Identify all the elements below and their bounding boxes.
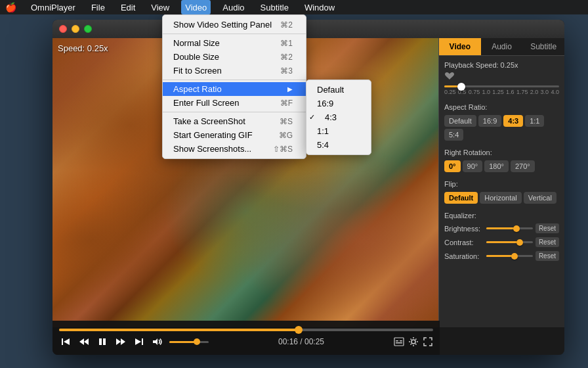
menu-file[interactable]: File [87, 0, 109, 14]
saturation-fill [486, 255, 514, 257]
settings-icon[interactable] [408, 336, 419, 347]
tab-video[interactable]: Video [439, 38, 481, 55]
speed-slider-track[interactable] [444, 85, 559, 87]
submenu-169-label: 16:9 [317, 99, 333, 108]
rotation-270-btn[interactable]: 270° [511, 160, 535, 172]
progress-bar[interactable] [59, 329, 433, 331]
menu-double-size[interactable]: Double Size ⌘2 [163, 50, 306, 64]
apple-menu-icon[interactable]: 🍎 [5, 2, 16, 12]
svg-rect-11 [394, 338, 404, 346]
volume-slider[interactable] [169, 341, 209, 343]
volume-btn[interactable] [151, 336, 164, 347]
menu-normal-size-label: Normal Size [173, 38, 220, 48]
menu-omniplayer[interactable]: OmniPlayer [27, 0, 79, 14]
menu-audio[interactable]: Audio [219, 0, 248, 14]
rotation-180-btn[interactable]: 180° [484, 160, 509, 172]
saturation-thumb[interactable] [511, 253, 518, 260]
app-menu: Show Video Setting Panel ⌘2 Normal Size … [162, 14, 306, 159]
aspect-54-btn[interactable]: 5:4 [444, 129, 463, 141]
svg-rect-5 [103, 338, 106, 345]
menu-normal-size[interactable]: Normal Size ⌘1 [163, 36, 306, 50]
aspect-default-btn[interactable]: Default [444, 115, 476, 127]
rewind-btn[interactable] [77, 336, 91, 347]
contrast-slider[interactable] [486, 241, 533, 243]
submenu-default[interactable]: Default [306, 83, 371, 97]
svg-rect-13 [400, 340, 402, 342]
menu-fit-screen[interactable]: Fit to Screen ⌘3 [163, 64, 306, 78]
flip-default-btn[interactable]: Default [444, 192, 478, 204]
time-current: 00:16 [278, 337, 298, 346]
menu-window[interactable]: Window [301, 0, 339, 14]
speed-slider-thumb[interactable] [457, 83, 465, 91]
brightness-reset-btn[interactable]: Reset [536, 223, 559, 233]
flip-horizontal-btn[interactable]: Horizontal [480, 192, 522, 204]
svg-marker-2 [79, 338, 84, 345]
saturation-slider[interactable] [486, 255, 533, 257]
menu-show-screenshots[interactable]: Show Screenshots... ⇧⌘S [163, 142, 306, 156]
menu-edit[interactable]: Edit [117, 0, 139, 14]
menu-video[interactable]: Video [181, 0, 211, 14]
fullscreen-icon[interactable] [423, 336, 433, 347]
close-button[interactable] [59, 25, 67, 33]
title-bar [52, 20, 564, 38]
maximize-button[interactable] [84, 25, 92, 33]
contrast-thumb[interactable] [516, 239, 523, 246]
menu-full-screen[interactable]: Enter Full Screen ⌘F [163, 96, 306, 110]
menu-view[interactable]: View [147, 0, 173, 14]
controls-bar: 00:16 / 00:25 [52, 321, 440, 355]
contrast-reset-btn[interactable]: Reset [536, 237, 559, 247]
brightness-row: Brightness: Reset [444, 223, 559, 233]
controls-row: 00:16 / 00:25 [59, 336, 433, 347]
submenu-11[interactable]: 1:1 [306, 124, 371, 138]
skip-start-btn[interactable] [59, 336, 72, 347]
menu-aspect-ratio[interactable]: Aspect Ratio ▶ Default 16:9 ✓ 4:3 1:1 5 [163, 82, 306, 96]
panel-content: Playback Speed: 0.25x 0.25 0.5 0.75 1.0 [439, 56, 564, 274]
aspect-43-btn[interactable]: 4:3 [503, 115, 523, 127]
tab-audio[interactable]: Audio [481, 38, 523, 55]
subtitles-svg [394, 337, 404, 346]
aspect-ratio-options: Default 16:9 4:3 1:1 5:4 [444, 115, 559, 141]
menu-aspect-ratio-label: Aspect Ratio [173, 84, 222, 94]
flip-section: Flip: Default Horizontal Vertical [444, 180, 559, 204]
skip-end-btn[interactable] [133, 336, 146, 347]
player-window: Speed: 0.25x Video Audio Subtitle Playba… [52, 20, 564, 355]
menu-screenshot-shortcut: ⌘S [280, 117, 293, 126]
submenu-54[interactable]: 5:4 [306, 138, 371, 152]
menu-gif[interactable]: Start Generating GIF ⌘G [163, 128, 306, 142]
rewind-icon [79, 336, 89, 347]
aspect-11-btn[interactable]: 1:1 [525, 115, 544, 127]
fast-forward-btn[interactable] [114, 336, 127, 347]
rotation-0-btn[interactable]: 0° [444, 160, 461, 172]
volume-thumb[interactable] [194, 338, 200, 345]
play-pause-btn[interactable] [96, 336, 109, 347]
brightness-slider[interactable] [486, 227, 533, 229]
svg-rect-4 [99, 338, 102, 345]
speed-icon [444, 72, 455, 81]
menu-show-video-setting-shortcut: ⌘2 [280, 20, 293, 30]
flip-vertical-btn[interactable]: Vertical [524, 192, 556, 204]
menu-fit-screen-shortcut: ⌘3 [280, 66, 293, 76]
time-separator: / [300, 337, 304, 346]
speed-label: Speed: 0.25x [58, 43, 108, 53]
submenu-43[interactable]: ✓ 4:3 [306, 110, 371, 124]
time-display: 00:16 / 00:25 [214, 337, 388, 346]
equalizer-section: Equalizer: Brightness: Reset Contrast: [444, 212, 559, 261]
menu-show-video-setting[interactable]: Show Video Setting Panel ⌘2 [163, 18, 306, 32]
tab-subtitle[interactable]: Subtitle [522, 38, 564, 55]
flip-options: Default Horizontal Vertical [444, 192, 559, 204]
progress-thumb[interactable] [295, 326, 303, 334]
aspect-169-btn[interactable]: 16:9 [478, 115, 501, 127]
menu-subtitle[interactable]: Subtitle [257, 0, 293, 14]
svg-marker-3 [84, 338, 89, 345]
menu-screenshot[interactable]: Take a ScreenShot ⌘S [163, 114, 306, 128]
brightness-thumb[interactable] [513, 225, 520, 232]
rotation-90-btn[interactable]: 90° [463, 160, 483, 172]
menu-show-screenshots-shortcut: ⇧⌘S [273, 145, 293, 154]
menu-gif-label: Start Generating GIF [173, 130, 253, 140]
menu-normal-size-shortcut: ⌘1 [280, 39, 293, 48]
svg-rect-12 [396, 340, 398, 342]
subtitles-icon[interactable] [394, 336, 404, 347]
submenu-169[interactable]: 16:9 [306, 97, 371, 110]
minimize-button[interactable] [72, 25, 79, 33]
saturation-reset-btn[interactable]: Reset [536, 251, 559, 261]
